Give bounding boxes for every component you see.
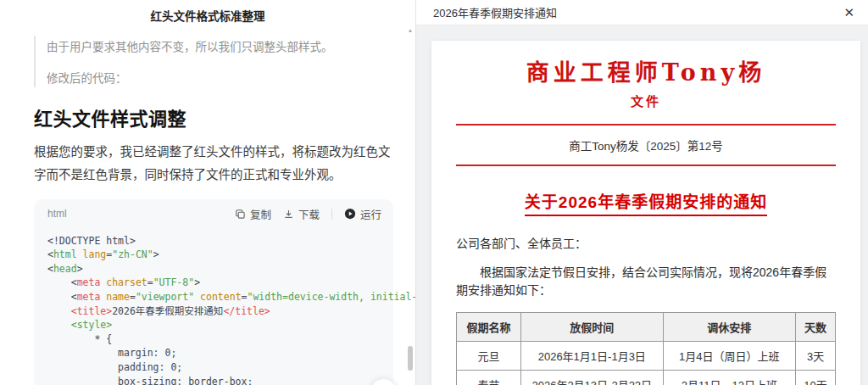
message-paragraph: 根据您的要求，我已经调整了红头文件的样式，将标题改为红色文字而不是红色背景，同时… [34,141,393,187]
document-org-subtitle: 文件 [456,92,836,109]
app-window: 红头文件格式标准整理 由于用户要求其他内容不变，所以我们只调整头部样式。 修改后… [0,0,868,385]
code-language-label: html [47,208,67,220]
table-header-cell: 放假时间 [520,313,663,342]
assistant-reasoning-quote: 由于用户要求其他内容不变，所以我们只调整头部样式。 修改后的代码： [34,36,393,87]
scrollbar-thumb[interactable] [408,346,413,371]
run-button[interactable]: 运行 [344,206,381,222]
code-line: <meta name="viewport" content="width=dev… [47,290,380,304]
table-cell: 春节 [457,371,521,385]
table-cell: 2026年1月1日-1月3日 [520,342,663,371]
document-intro: 根据国家法定节假日安排，结合公司实际情况，现将2026年春季假期安排通知如下： [456,264,836,299]
copy-icon [235,209,246,220]
chat-pane: 红头文件格式标准整理 由于用户要求其他内容不变，所以我们只调整头部样式。 修改后… [0,0,415,385]
table-header-cell: 天数 [796,313,836,342]
actions-divider [331,209,332,220]
run-label: 运行 [360,206,381,222]
code-line: <style> [47,318,380,332]
table-cell: 元旦 [457,342,521,371]
preview-panel: 2026年春季假期安排通知 ✕ 商业工程师Tony杨 文件 商工Tony杨发〔2… [415,0,868,385]
copy-button[interactable]: 复制 [235,206,271,222]
download-label: 下载 [298,206,320,222]
code-line: <html lang="zh-CN"> [47,248,380,262]
code-line: <meta charset="UTF-8"> [47,276,380,290]
holiday-table: 假期名称放假时间调休安排天数 元旦2026年1月1日-1月3日1月4日（周日）上… [456,312,836,385]
document-org-title: 商业工程师Tony杨 [456,54,836,87]
table-row: 元旦2026年1月1日-1月3日1月4日（周日）上班3天 [457,342,836,371]
assistant-message: 由于用户要求其他内容不变，所以我们只调整头部样式。 修改后的代码： 红头文件样式… [34,31,393,385]
red-divider [456,165,836,166]
notice-title: 关于2026年春季假期安排的通知 [525,189,767,216]
code-line: box-sizing: border-box; [47,375,380,385]
holiday-table-body: 元旦2026年1月1日-1月3日1月4日（周日）上班3天春节2026年2月13日… [457,342,836,385]
red-divider [456,124,836,126]
quote-line: 修改后的代码： [47,69,393,86]
document-number: 商工Tony杨发〔2025〕第12号 [456,137,836,153]
code-line: <title>2026年春季假期安排通知</title> [47,304,380,319]
code-actions: 复制 下载 [235,206,381,222]
code-block: html 复制 [34,199,393,385]
table-header-cell: 调休安排 [663,313,795,342]
table-cell: 3天 [796,342,836,371]
table-header-row: 假期名称放假时间调休安排天数 [457,313,836,342]
table-header-cell: 假期名称 [457,313,521,342]
table-cell: 2月11日、12日上班 [663,371,795,385]
preview-title: 2026年春季假期安排通知 [433,4,557,20]
quote-line: 由于用户要求其他内容不变，所以我们只调整头部样式。 [47,37,393,54]
code-block-header: html 复制 [34,199,393,227]
table-cell: 1月4日（周日）上班 [663,342,795,371]
document-salutation: 公司各部门、全体员工： [456,234,836,251]
table-cell: 2026年2月13日-2月22日 [520,371,663,385]
code-content: <!DOCTYPE html><html lang="zh-CN"><head>… [34,227,393,385]
close-button[interactable]: ✕ [840,4,858,20]
code-line: padding: 0; [47,360,380,375]
document-preview: 商业工程师Tony杨 文件 商工Tony杨发〔2025〕第12号 关于2026年… [431,41,860,385]
code-line: <head> [47,262,380,276]
table-row: 春节2026年2月13日-2月22日2月11日、12日上班10天 [457,371,836,385]
scrollbar-up-arrow[interactable]: ▲ [406,27,415,34]
close-icon: ✕ [843,5,854,20]
notice-title-wrap: 关于2026年春季假期安排的通知 [456,189,836,216]
message-heading: 红头文件样式调整 [34,103,393,131]
preview-panel-header: 2026年春季假期安排通知 ✕ [416,0,868,25]
download-button[interactable]: 下载 [283,206,320,222]
code-line: * { [47,332,380,347]
conversation-title: 红头文件格式标准整理 [0,7,415,24]
code-line: <!DOCTYPE html> [47,234,380,248]
left-pane-scrollbar: ▲ [406,24,415,385]
table-cell: 10天 [796,371,836,385]
code-line: margin: 0; [47,346,380,360]
run-icon [344,208,356,220]
copy-label: 复制 [250,206,271,222]
preview-body: 商业工程师Tony杨 文件 商工Tony杨发〔2025〕第12号 关于2026年… [416,25,868,385]
download-icon [283,209,294,220]
holiday-table-head: 假期名称放假时间调休安排天数 [457,313,836,342]
